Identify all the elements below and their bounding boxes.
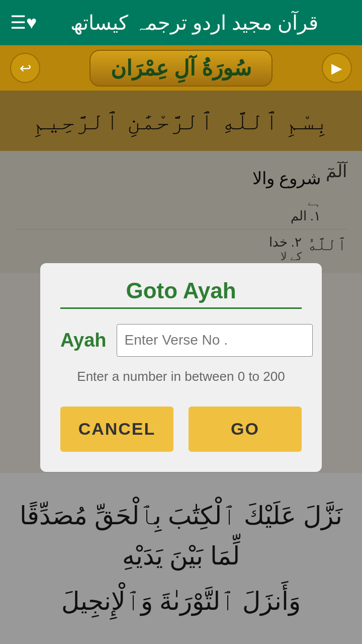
menu-icon[interactable]: ☰ xyxy=(10,12,26,33)
forward-icon: ▶ xyxy=(331,60,342,76)
goto-ayah-dialog: Goto Ayah Ayah Enter a number in between… xyxy=(40,263,322,472)
cancel-button[interactable]: CANCEL xyxy=(60,407,173,452)
top-bar: ☰ ♥ قرآن مجید اردو ترجمہ کیساتھ xyxy=(0,0,362,45)
surah-name: سُورَةُ آلِ عِمْرَان xyxy=(111,56,251,80)
heart-icon[interactable]: ♥ xyxy=(26,12,37,33)
dialog-field-row: Ayah xyxy=(60,324,302,357)
dialog-buttons: CANCEL GO xyxy=(60,407,302,452)
back-button[interactable]: ↩ xyxy=(10,53,40,83)
dialog-overlay: Goto Ayah Ayah Enter a number in between… xyxy=(0,91,362,644)
back-icon: ↩ xyxy=(20,60,31,76)
ayah-label: Ayah xyxy=(60,330,107,351)
nav-bar: ↩ سُورَةُ آلِ عِمْرَان ▶ xyxy=(0,45,362,91)
go-button[interactable]: GO xyxy=(189,407,302,452)
verse-number-input[interactable] xyxy=(117,324,313,357)
forward-button[interactable]: ▶ xyxy=(322,53,352,83)
dialog-hint: Enter a number in between 0 to 200 xyxy=(60,367,302,386)
surah-title-badge: سُورَةُ آلِ عِمْرَان xyxy=(89,50,273,87)
dialog-title: Goto Ayah xyxy=(60,278,302,303)
dialog-divider xyxy=(60,307,302,309)
content-area: بِسْمِ ٱللَّهِ ٱلرَّحْمَٰنِ ٱلرَّحِيمِ ش… xyxy=(0,91,362,644)
app-title: قرآن مجید اردو ترجمہ کیساتھ xyxy=(37,11,352,34)
surah-title-container: سُورَةُ آلِ عِمْرَان xyxy=(40,50,322,87)
